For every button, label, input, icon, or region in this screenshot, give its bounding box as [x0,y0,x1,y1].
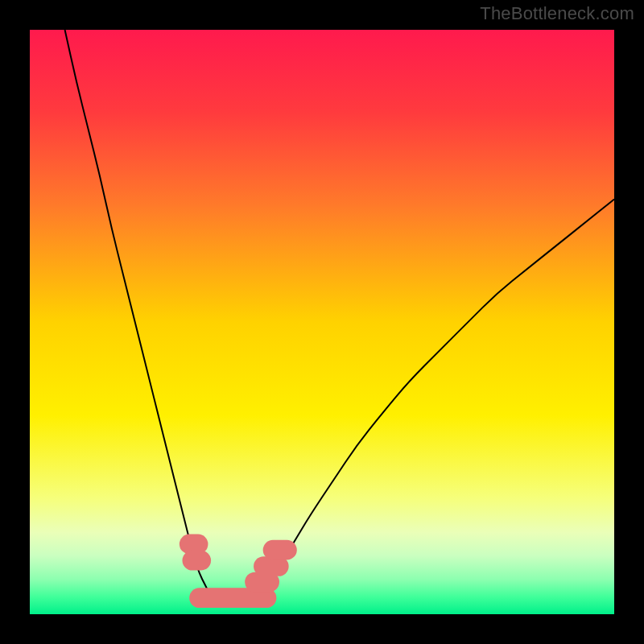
outer-frame: TheBottleneck.com [0,0,644,644]
chart-plot-area [30,30,614,614]
chart-svg [30,30,614,614]
chart-background-gradient [30,30,614,614]
watermark-text: TheBottleneck.com [480,3,634,24]
